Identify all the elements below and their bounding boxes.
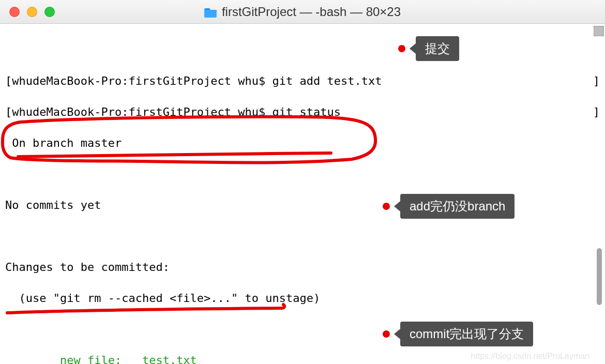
maximize-window-button[interactable]	[44, 7, 55, 17]
annotation-add-no-branch: add完仍没branch	[383, 194, 515, 219]
traffic-lights	[9, 7, 55, 17]
blank-line	[5, 166, 600, 182]
minimize-window-button[interactable]	[27, 7, 37, 17]
annotation-dot-icon	[383, 203, 390, 210]
annotation-commit-branch: commit完出现了分支	[383, 322, 533, 346]
annotation-bubble: add完仍没branch	[400, 194, 515, 219]
window-title: firstGitProject — -bash — 80×23	[204, 5, 401, 19]
window-title-text: firstGitProject — -bash — 80×23	[222, 5, 401, 19]
close-window-button[interactable]	[9, 7, 20, 17]
blank-line	[5, 229, 600, 244]
prompt-line: [whudeMacBook-Pro:firstGitProject whu$ g…	[5, 73, 600, 89]
window-titlebar: firstGitProject — -bash — 80×23	[0, 0, 605, 24]
output-line: On branch master	[5, 135, 600, 151]
folder-icon	[204, 6, 218, 18]
watermark: https://blog.csdn.net/ProLayman	[471, 352, 589, 361]
annotation-commit: 提交	[398, 36, 459, 61]
output-line: (use "git rm --cached <file>..." to unst…	[5, 291, 600, 306]
annotation-bubble: commit完出现了分支	[400, 322, 533, 346]
blank-line	[5, 42, 600, 58]
annotation-dot-icon	[398, 45, 405, 52]
prompt-line: [whudeMacBook-Pro:firstGitProject whu$ g…	[5, 104, 600, 120]
annotation-bubble: 提交	[416, 36, 459, 61]
output-line: Changes to be committed:	[5, 260, 600, 275]
annotation-dot-icon	[383, 330, 390, 338]
